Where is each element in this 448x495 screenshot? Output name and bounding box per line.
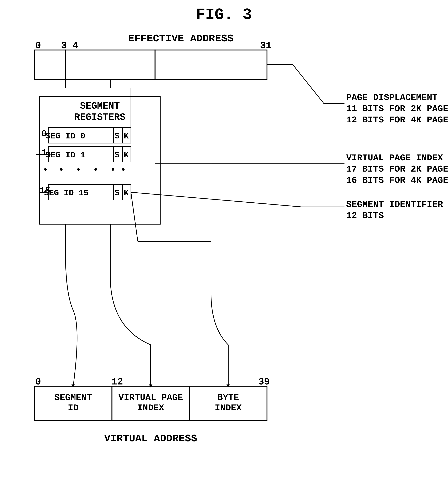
svg-text:SEG ID 15: SEG ID 15	[44, 188, 89, 198]
svg-text:•: •	[93, 165, 98, 175]
svg-text:FIG. 3: FIG. 3	[196, 6, 252, 24]
svg-text:•: •	[76, 165, 81, 175]
diagram-container: FIG. 3 EFFECTIVE ADDRESS 0 3 4 31 SEGMEN…	[0, 0, 448, 495]
svg-text:INDEX: INDEX	[137, 403, 164, 413]
svg-text:•: •	[120, 165, 126, 175]
svg-text:39: 39	[258, 377, 270, 387]
svg-text:0: 0	[35, 40, 41, 51]
svg-text:12 BITS: 12 BITS	[346, 211, 384, 221]
svg-text:SEGMENT IDENTIFIER: SEGMENT IDENTIFIER	[346, 199, 443, 210]
svg-text:VIRTUAL PAGE INDEX: VIRTUAL PAGE INDEX	[346, 153, 443, 163]
svg-text:12 BITS FOR 4K PAGES: 12 BITS FOR 4K PAGES	[346, 115, 448, 125]
svg-text:•: •	[110, 165, 116, 175]
svg-rect-4	[155, 50, 267, 79]
svg-line-44	[293, 65, 324, 103]
svg-text:S: S	[115, 188, 120, 198]
svg-text:12: 12	[112, 377, 123, 387]
svg-text:K: K	[124, 132, 129, 141]
svg-text:SEGMENT: SEGMENT	[54, 393, 92, 403]
diagram-svg: FIG. 3 EFFECTIVE ADDRESS 0 3 4 31 SEGMEN…	[0, 0, 448, 495]
svg-text:17 BITS FOR 2K PAGES OR: 17 BITS FOR 2K PAGES OR	[346, 164, 448, 174]
svg-text:SEGMENT: SEGMENT	[80, 101, 120, 111]
svg-text:S: S	[115, 132, 120, 141]
svg-rect-2	[34, 50, 66, 79]
svg-text:K: K	[124, 151, 129, 160]
svg-text:11 BITS FOR 2K PAGES OR: 11 BITS FOR 2K PAGES OR	[346, 104, 448, 114]
svg-text:ID: ID	[68, 403, 79, 413]
svg-text:•: •	[59, 165, 64, 175]
svg-text:SEG ID 0: SEG ID 0	[46, 132, 85, 141]
svg-text:16 BITS FOR 4K PAGES: 16 BITS FOR 4K PAGES	[346, 175, 448, 186]
svg-text:S: S	[115, 151, 120, 160]
svg-line-56	[131, 192, 302, 207]
svg-text:REGISTERS: REGISTERS	[74, 112, 125, 123]
svg-text:31: 31	[260, 40, 271, 51]
svg-text:INDEX: INDEX	[215, 403, 242, 413]
svg-text:K: K	[124, 188, 129, 198]
svg-text:0: 0	[35, 377, 41, 387]
svg-text:EFFECTIVE ADDRESS: EFFECTIVE ADDRESS	[128, 33, 234, 44]
svg-text:PAGE DISPLACEMENT: PAGE DISPLACEMENT	[346, 93, 438, 103]
svg-line-86	[131, 192, 138, 241]
svg-text:SEG ID 1: SEG ID 1	[46, 151, 85, 160]
svg-text:•: •	[43, 165, 48, 175]
svg-rect-3	[66, 50, 155, 79]
svg-text:VIRTUAL ADDRESS: VIRTUAL ADDRESS	[104, 433, 197, 444]
svg-text:BYTE: BYTE	[218, 393, 239, 403]
svg-text:3 4: 3 4	[61, 40, 78, 51]
svg-text:VIRTUAL PAGE: VIRTUAL PAGE	[119, 393, 183, 403]
